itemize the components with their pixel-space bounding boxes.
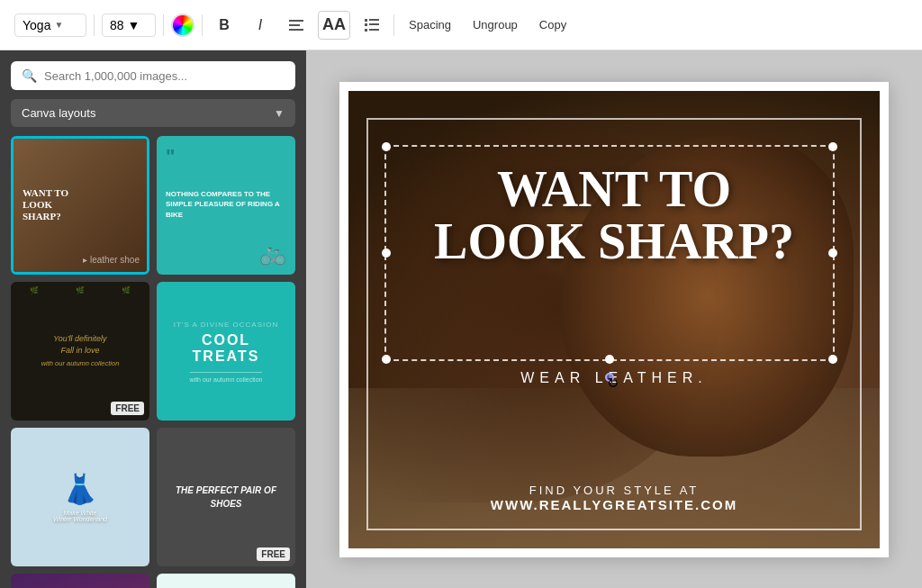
divider-2	[163, 14, 164, 36]
template-card-3[interactable]: You'll definitelyFall in lovewith our au…	[11, 282, 149, 421]
font-chevron-icon: ▼	[54, 20, 63, 30]
search-input[interactable]	[44, 69, 285, 83]
svg-rect-8	[369, 29, 379, 31]
layout-selector[interactable]: Canva layouts ▼	[11, 99, 295, 127]
svg-rect-5	[365, 23, 367, 26]
bold-button[interactable]: B	[210, 11, 239, 40]
spacing-button[interactable]: Spacing	[402, 14, 458, 35]
handle-bm[interactable]	[605, 355, 614, 364]
card3-text: You'll definitelyFall in lovewith our au…	[41, 333, 120, 370]
canvas-footer: Find your style at www.reallygreatsite.c…	[402, 484, 826, 512]
divider-4	[393, 14, 394, 36]
svg-rect-1	[289, 24, 300, 26]
handle-mr[interactable]	[828, 249, 837, 258]
svg-rect-3	[365, 19, 367, 22]
color-picker[interactable]	[171, 14, 194, 37]
template-card-5[interactable]: 👗 Make WhiteWinter Wonderland	[11, 428, 149, 566]
size-chevron-icon: ▼	[128, 18, 140, 32]
align-icon	[289, 20, 303, 31]
toolbar: Yoga ▼ 88 ▼ B I AA Spacing Ungroup Copy	[0, 0, 922, 50]
sidebar: 🔍 Canva layouts ▼ WANT TOLOOKSHARP? ▸ le…	[0, 50, 306, 588]
card4-title: Cool Treats	[166, 332, 286, 365]
canvas-area: ↻ Want to Look Sharp? Wear Leather. Find…	[306, 50, 922, 588]
svg-rect-6	[369, 23, 379, 25]
layout-chevron-icon: ▼	[274, 107, 285, 120]
template-card-4[interactable]: it's a divine occasion Cool Treats with …	[157, 282, 295, 421]
card5-text: Make WhiteWinter Wonderland	[53, 510, 107, 522]
search-bar[interactable]: 🔍	[11, 61, 295, 90]
copy-button[interactable]: Copy	[532, 14, 574, 35]
divider-1	[94, 14, 95, 36]
italic-button[interactable]: I	[246, 11, 275, 40]
template-card-2[interactable]: " Nothing compares to the simple pleasur…	[157, 136, 295, 275]
svg-rect-0	[289, 20, 303, 22]
handle-ml[interactable]	[382, 249, 391, 258]
svg-rect-7	[365, 29, 367, 32]
template-card-8[interactable]: 🧁🧁 Just Smile It's a Winter Wonderland	[157, 574, 295, 588]
align-button[interactable]	[282, 11, 311, 40]
list-button[interactable]	[357, 11, 386, 40]
layout-label: Canva layouts	[22, 106, 95, 120]
list-icon	[365, 19, 379, 32]
main-content: 🔍 Canva layouts ▼ WANT TOLOOKSHARP? ▸ le…	[0, 50, 922, 588]
template-card-7[interactable]: Nothing compares to the simple pleasure …	[11, 574, 149, 588]
template-card-1[interactable]: WANT TOLOOKSHARP? ▸ leather shoe	[11, 136, 149, 275]
aa-button[interactable]: AA	[318, 11, 350, 40]
handle-br[interactable]	[828, 355, 837, 364]
handle-tl[interactable]	[382, 142, 391, 151]
handle-bl[interactable]	[382, 355, 391, 364]
card2-text: Nothing compares to the simple pleasure …	[166, 189, 286, 220]
canvas-footer-line1: Find your style at	[402, 484, 826, 497]
ungroup-button[interactable]: Ungroup	[466, 14, 525, 35]
free-badge-6: FREE	[257, 547, 290, 561]
font-selector[interactable]: Yoga ▼	[14, 14, 86, 37]
templates-grid: WANT TOLOOKSHARP? ▸ leather shoe " Nothi…	[11, 136, 295, 588]
card6-text: The perfect pair of shoes	[166, 484, 286, 511]
divider-3	[202, 14, 203, 36]
canvas[interactable]: ↻ Want to Look Sharp? Wear Leather. Find…	[348, 91, 880, 548]
dress-icon: 👗	[62, 472, 98, 506]
font-name-label: Yoga	[23, 18, 50, 32]
font-size-label: 88	[110, 18, 124, 32]
handle-tr[interactable]	[828, 142, 837, 151]
svg-rect-4	[369, 19, 379, 21]
search-icon: 🔍	[22, 68, 37, 83]
svg-rect-2	[289, 29, 303, 31]
canvas-footer-url: www.reallygreatsite.com	[402, 497, 826, 512]
free-badge-3: FREE	[111, 402, 144, 415]
template-card-6[interactable]: The perfect pair of shoes FREE	[157, 428, 295, 566]
handle-rotate[interactable]: ↻	[605, 373, 614, 382]
canvas-wrapper: ↻ Want to Look Sharp? Wear Leather. Find…	[339, 82, 889, 557]
font-size-selector[interactable]: 88 ▼	[102, 14, 156, 37]
selection-box[interactable]: ↻	[384, 145, 835, 361]
